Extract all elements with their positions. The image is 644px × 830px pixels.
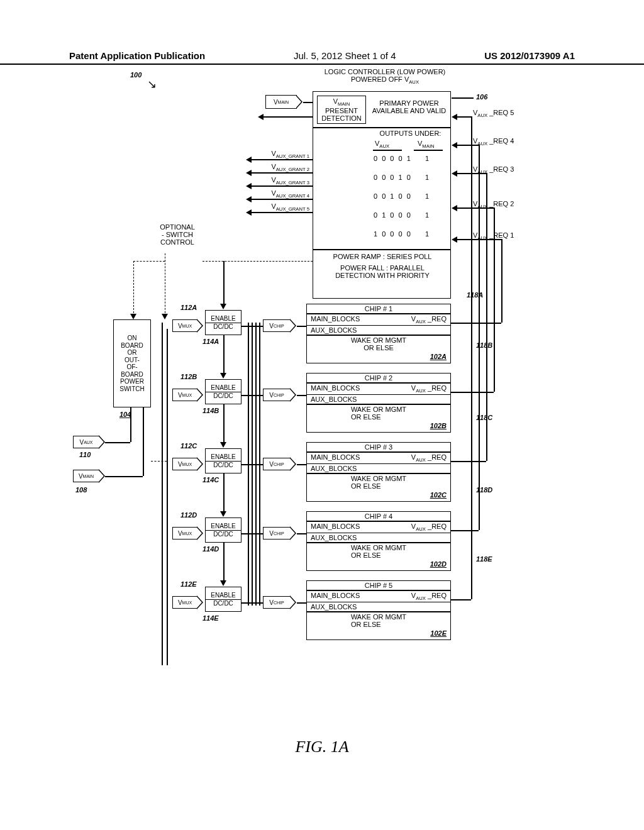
dcdc-3: ENABLEDC/DC (205, 448, 242, 473)
dcdc-2: ENABLEDC/DC (205, 379, 242, 404)
dc-ref-1: 114A (203, 338, 219, 345)
vmain-in-controller: VMAIN (265, 95, 297, 109)
vchip-1: VCHIP (263, 319, 291, 332)
dcdc-1: ENABLEDC/DC (205, 310, 242, 335)
power-switch: ON BOARD OR OUT- OF- BOARD POWER SWITCH (113, 319, 151, 407)
grant1: VAUX_GRANT 1 (252, 150, 309, 160)
col-vmain: VMAIN (418, 140, 435, 150)
vmux-5: VMUX (172, 596, 197, 609)
optional-switch-control: OPTIONAL - SWITCH CONTROL (152, 223, 203, 246)
mux-ref-2: 112B (180, 373, 197, 380)
diagram-canvas: 100 ↘ LOGIC CONTROLLER (LOW POWER)POWERE… (64, 71, 580, 731)
bitmain-5: 1 (425, 230, 429, 238)
power-ramp: POWER RAMP : SERIES POLL (317, 253, 448, 260)
grant4: VAUX_GRANT 4 (252, 189, 309, 199)
dc-ref-2: 114B (203, 407, 219, 414)
bitmain-2: 1 (425, 174, 429, 181)
ref-104: 104 (119, 411, 131, 418)
power-fall: POWER FALL : PARALLEL DETECTION WITH PRI… (317, 264, 448, 279)
vmux-3: VMUX (172, 458, 197, 470)
header-right: US 2012/0173909 A1 (484, 50, 575, 61)
grant3: VAUX_GRANT 3 (252, 176, 309, 186)
dc-ref-3: 114C (203, 476, 219, 484)
figure-label: FIG. 1A (0, 738, 644, 756)
controller-box: VMAINPRESENTDETECTION PRIMARY POWERAVAIL… (313, 91, 451, 299)
vmain-in: VMAIN (73, 470, 99, 482)
bitrow-5: 1 0 0 0 0 (374, 230, 412, 238)
outputs-under: OUTPUTS UNDER: (371, 130, 450, 137)
ref-106: 106 (476, 93, 487, 101)
chip-3: CHIP # 3 MAIN_BLOCKSVAUX _REQ AUX_BLOCKS… (306, 442, 451, 502)
req-5: VAUX _REQ 5 (473, 109, 514, 119)
ref-100-arrow: ↘ (147, 79, 157, 91)
grant2: VAUX_GRANT 2 (252, 163, 309, 173)
vchip-2: VCHIP (263, 389, 291, 401)
r-118a: 118A (467, 291, 483, 299)
mux-ref-1: 112A (180, 304, 197, 311)
bitrow-1: 0 0 0 0 1 (374, 155, 412, 162)
bitrow-4: 0 1 0 0 0 (374, 211, 412, 219)
vmain-detect: VMAINPRESENTDETECTION (317, 96, 366, 124)
chip-4: CHIP # 4 MAIN_BLOCKSVAUX _REQ AUX_BLOCKS… (306, 511, 451, 571)
ref-108: 108 (75, 486, 87, 494)
dcdc-4: ENABLEDC/DC (205, 517, 242, 543)
page-header: Patent Application Publication Jul. 5, 2… (0, 0, 644, 65)
ref-100: 100 (130, 71, 142, 79)
bitmain-4: 1 (425, 211, 429, 219)
r-118e: 118E (476, 555, 492, 563)
mux-ref-3: 112C (180, 442, 197, 450)
vmux-1: VMUX (172, 319, 197, 332)
vmux-4: VMUX (172, 527, 197, 540)
vchip-5: VCHIP (263, 596, 291, 609)
ref-110: 110 (79, 451, 91, 458)
chip-5: CHIP # 5 MAIN_BLOCKSVAUX _REQ AUX_BLOCKS… (306, 580, 451, 640)
grant5: VAUX_GRANT 5 (252, 202, 309, 213)
primary-power-text: PRIMARY POWERAVAILABLE AND VALID (370, 99, 448, 114)
bitmain-3: 1 (425, 192, 429, 200)
vchip-4: VCHIP (263, 527, 291, 540)
vaux-in: VAUX (73, 436, 99, 448)
dc-ref-4: 114D (203, 545, 219, 553)
bitrow-3: 0 0 1 0 0 (374, 192, 412, 200)
bitrow-2: 0 0 0 1 0 (374, 174, 412, 181)
mux-ref-5: 112E (180, 580, 197, 588)
controller-title: LOGIC CONTROLLER (LOW POWER)POWERED OFF … (309, 68, 460, 86)
header-left: Patent Application Publication (69, 50, 205, 61)
mux-ref-4: 112D (180, 511, 197, 519)
header-center: Jul. 5, 2012 Sheet 1 of 4 (294, 50, 396, 61)
bitmain-1: 1 (425, 155, 429, 162)
chip-1: CHIP # 1 MAIN_BLOCKSVAUX _REQ AUX_BLOCKS… (306, 304, 451, 363)
dcdc-5: ENABLEDC/DC (205, 587, 242, 612)
dc-ref-5: 114E (203, 614, 219, 622)
vchip-3: VCHIP (263, 458, 291, 470)
chip-2: CHIP # 2 MAIN_BLOCKSVAUX _REQ AUX_BLOCKS… (306, 373, 451, 433)
vmux-2: VMUX (172, 389, 197, 401)
col-vaux: VAUX (375, 140, 389, 150)
